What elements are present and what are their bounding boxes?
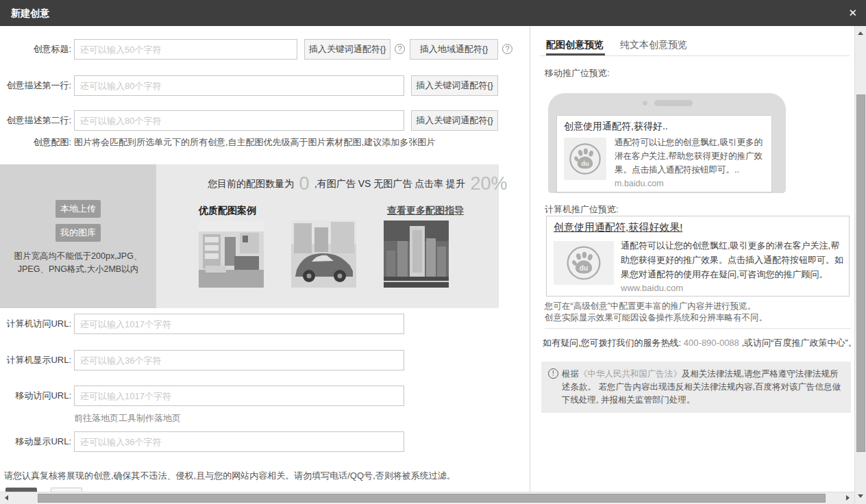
vertical-scrollbar-thumb[interactable] [856, 94, 865, 452]
legal-text: 根据《中华人民共和国广告法》及相关法律法规,请您严格遵守法律法规所述条款。 若您… [562, 368, 844, 407]
review-note: 请您认真复核将展现的创意,确保其不违法、侵权,且与您的网站内容相关。请勿填写电话… [4, 470, 456, 482]
creative-image-panel: 本地上传 我的图库 图片宽高均不能低于200px,JPG、JPEG、PNG格式,… [0, 164, 499, 308]
more-guide-link[interactable]: 查看更多配图指导 [387, 205, 464, 217]
landing-page-tool-link[interactable]: 前往落地页工具制作落地页 [74, 412, 181, 425]
desc-line1-input[interactable] [74, 75, 404, 96]
pc-access-url-label: 计算机访问URL: [0, 314, 71, 334]
insert-region-wildcard-button[interactable]: 插入地域通配符{} [410, 39, 498, 60]
baidu-paw-icon: du [564, 138, 606, 180]
upload-requirements-note: 图片宽高均不能低于200px,JPG、JPEG、PNG格式,大小2MB以内 [7, 250, 149, 276]
help-icon[interactable]: ? [395, 44, 405, 54]
creative-title-input[interactable] [74, 39, 297, 60]
sample-image-interior [199, 220, 264, 288]
hotline-suffix: ,或访问“百度推广政策中心”。 [741, 338, 856, 348]
tab-text-preview[interactable]: 纯文本创意预览 [620, 39, 687, 51]
pane-divider [530, 26, 530, 492]
device-display-note: 创意实际显示效果可能因设备操作系统和分辨率略有不同。 [545, 312, 767, 324]
tab-image-preview[interactable]: 配图创意预览 [546, 39, 604, 51]
local-upload-button[interactable]: 本地上传 [55, 200, 101, 218]
hotline-prefix: 如有疑问,您可拨打我们的服务热线: [543, 338, 681, 348]
pc-ad-desc: 通配符可以让您的创意飘红,吸引更多的潜在客户关注,帮助您获得更好的推广效果。点击… [621, 238, 845, 281]
pc-ad-card: 创意使用通配符,获得好效果! du 通配符可以让您的创意飘红,吸引更多的潜在客户… [546, 216, 850, 297]
upload-area: 本地上传 我的图库 图片宽高均不能低于200px,JPG、JPEG、PNG格式,… [0, 164, 156, 308]
mobile-ad-title: 创意使用通配符,获得好.. [564, 121, 668, 133]
image-count-value: 0 [297, 173, 311, 194]
dialog-titlebar: 新建创意 ✕ [0, 0, 866, 26]
section-divider [545, 328, 851, 329]
phone-speaker-dot [643, 101, 647, 105]
svg-text:du: du [581, 160, 589, 167]
mobile-access-url-label: 移动访问URL: [0, 386, 71, 406]
advertising-law-link[interactable]: 《中华人民共和国广告法》 [579, 369, 682, 379]
pc-ad-title: 创意使用通配符,获得好效果! [554, 221, 682, 234]
mobile-ad-desc-block: 通配符可以让您的创意飘红,吸引更多的潜在客户关注,帮助您获得更好的推广效果。点击… [615, 136, 768, 190]
mobile-display-url-label: 移动显示URL: [0, 431, 71, 452]
tab-bottom-border [540, 55, 850, 56]
count-prefix: 您目前的配图数量为 [208, 178, 294, 189]
count-mid: ,有图广告 VS 无图广告 点击率 提升 [314, 178, 465, 189]
phone-mockup: 创意使用通配符,获得好.. du 通配符可以让您的创意飘红,吸引更多的潜在客户关… [548, 93, 786, 193]
legal-notice-box: ! 根据《中华人民共和国广告法》及相关法律法规,请您严格遵守法律法规所述条款。 … [541, 362, 851, 413]
mobile-display-url-input[interactable] [74, 431, 404, 452]
creative-image-hint: 图片将会匹配到所选单元下的所有创意,自主配图优先级高于图片素材配图,建议添加多张… [74, 136, 435, 149]
pc-slot-label: 计算机推广位预览: [545, 203, 619, 216]
phone-speaker-bar [654, 100, 693, 106]
mobile-ad-card: 创意使用通配符,获得好.. du 通配符可以让您的创意飘红,吸引更多的潜在客户关… [556, 115, 772, 192]
legal-prefix: 根据 [562, 369, 579, 379]
ctr-lift-percent: 20% [469, 173, 510, 194]
horizontal-scrollbar-thumb[interactable] [38, 494, 826, 503]
new-creative-dialog: 新建创意 ✕ 创意标题: 插入关键词通配符{} ? 插入地域通配符{} ? 创意… [0, 0, 866, 504]
insert-keyword-wildcard-button[interactable]: 插入关键词通配符{} [304, 39, 391, 60]
sample-image-car [291, 220, 356, 288]
scroll-up-icon[interactable] [858, 32, 863, 35]
creative-image-label: 创意配图: [0, 136, 71, 149]
hotline-phone: 400-890-0088 [684, 338, 739, 348]
scroll-right-icon[interactable] [846, 495, 850, 501]
desc-line2-input[interactable] [74, 110, 404, 131]
mobile-access-url-input[interactable] [74, 386, 404, 406]
dialog-title: 新建创意 [11, 0, 49, 26]
mobile-ad-url: m.baidu.com [615, 179, 664, 188]
horizontal-scrollbar[interactable] [0, 492, 854, 504]
advanced-creative-note: 您可在“高级创意”中配置更丰富的推广内容并进行预览。 [545, 301, 756, 312]
quality-cases-title: 优质配图案例 [199, 205, 256, 217]
desc-line1-label: 创意描述第一行: [0, 75, 71, 96]
pc-display-url-label: 计算机显示URL: [0, 350, 71, 370]
baidu-paw-icon: du [554, 241, 614, 285]
pc-display-url-input[interactable] [74, 350, 404, 370]
close-icon[interactable]: ✕ [848, 7, 857, 19]
mobile-slot-label: 移动推广位预览: [545, 67, 610, 79]
my-gallery-button[interactable]: 我的图库 [55, 224, 101, 242]
insert-keyword-wildcard-button[interactable]: 插入关键词通配符{} [411, 75, 498, 96]
svg-text:du: du [580, 264, 589, 272]
scroll-down-icon[interactable] [858, 494, 863, 498]
mobile-ad-desc: 通配符可以让您的创意飘红,吸引更多的潜在客户关注,帮助您获得更好的推广效果。点击… [615, 138, 763, 175]
pc-ad-url: www.baidu.com [621, 283, 683, 293]
pc-access-url-input[interactable] [74, 314, 404, 334]
help-icon[interactable]: ? [502, 44, 512, 54]
hotline-line: 如有疑问,您可拨打我们的服务热线: 400-890-0088 ,或访问“百度推广… [543, 337, 857, 349]
image-count-line: 您目前的配图数量为 0 ,有图广告 VS 无图广告 点击率 提升 20% [208, 173, 510, 194]
scroll-left-icon[interactable] [5, 495, 8, 501]
creative-title-label: 创意标题: [0, 39, 71, 60]
vertical-scrollbar[interactable] [854, 26, 866, 504]
info-icon: ! [548, 368, 558, 379]
sample-image-city [384, 220, 449, 288]
desc-line2-label: 创意描述第二行: [0, 110, 71, 131]
insert-keyword-wildcard-button[interactable]: 插入关键词通配符{} [411, 110, 498, 131]
